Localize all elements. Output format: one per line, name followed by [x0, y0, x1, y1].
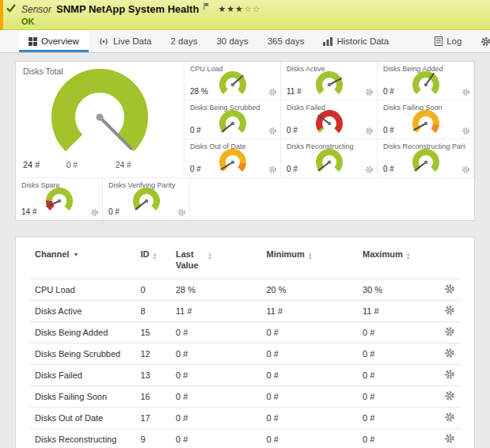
gauge-value: 0 # — [383, 165, 394, 173]
last-value-cell: 0 # — [171, 364, 262, 385]
channel-settings-button[interactable] — [444, 412, 455, 423]
channel-settings-icon[interactable] — [462, 88, 470, 97]
gauge-value: 0 # — [108, 207, 120, 216]
channel-id-cell: 0 — [135, 279, 171, 300]
gauge-dial — [209, 146, 256, 178]
table-row: CPU Load 0 28 % 20 % 30 % — [30, 279, 460, 300]
gear-icon — [481, 36, 490, 47]
channel-settings-icon[interactable] — [365, 88, 374, 97]
column-header-channel[interactable]: Channel▼ — [30, 247, 135, 279]
maximum-cell: 0 # — [358, 364, 438, 385]
gauge-dial — [123, 185, 170, 217]
table-row: Disks Reconstructing 9 0 # 0 # 0 # — [30, 428, 460, 448]
channel-settings-button[interactable] — [444, 390, 455, 401]
channel-settings-button[interactable] — [444, 305, 455, 316]
table-row: Disks Out of Date 17 0 # 0 # 0 # — [30, 407, 460, 428]
column-header-maximum[interactable]: Maximum▲▼ — [358, 247, 438, 279]
gauge-dial — [402, 108, 450, 139]
gauge-dial — [36, 185, 83, 217]
table-row: Disks Failed 13 0 # 0 # 0 # — [30, 364, 460, 385]
table-row: Disks Being Added 15 0 # 0 # 0 # — [30, 321, 460, 343]
channel-settings-button[interactable] — [444, 347, 455, 359]
channel-settings-button[interactable] — [444, 283, 455, 294]
gauge-cell: Disks Being Scrubbed 0 # — [184, 101, 281, 139]
gear-icon — [444, 305, 455, 316]
table-header-row: Channel▼ ID▲▼ Last Value▲▼ Minimum▲▼ Max… — [30, 247, 460, 279]
priority-stars[interactable]: ★★★☆☆ — [218, 4, 260, 14]
stars-empty: ☆☆ — [244, 4, 261, 13]
channel-settings-icon[interactable] — [90, 208, 99, 217]
tab-log[interactable]: Log — [425, 30, 471, 52]
channel-id-cell: 16 — [135, 385, 171, 407]
channel-settings-icon[interactable] — [268, 88, 277, 97]
channel-settings-button[interactable] — [444, 369, 455, 380]
last-value-cell: 0 # — [171, 407, 262, 428]
channel-settings-icon[interactable] — [268, 127, 277, 135]
tab-30-days[interactable]: 30 days — [207, 30, 257, 52]
maximum-cell: 0 # — [358, 407, 438, 428]
gauge-dial — [402, 146, 450, 178]
gauge-cell: Disks Being Added 0 # — [378, 62, 474, 101]
tab-2-days[interactable]: 2 days — [161, 30, 207, 52]
last-value-cell: 0 # — [171, 321, 262, 343]
sort-icon: ▲▼ — [152, 252, 157, 260]
tab-label: Live Data — [113, 36, 152, 46]
table-row: Disks Failing Soon 16 0 # 0 # 0 # — [30, 385, 460, 407]
channel-settings-icon[interactable] — [462, 165, 470, 174]
tab-365-days[interactable]: 365 days — [258, 30, 314, 52]
gauge-cell: Disks Verifying Parity 0 # — [103, 178, 190, 220]
channel-settings-icon[interactable] — [268, 165, 277, 174]
historic-data-icon — [323, 37, 332, 46]
tab-historic-data[interactable]: Historic Data — [313, 30, 398, 52]
channel-settings-icon[interactable] — [177, 208, 186, 217]
column-label: Maximum — [363, 249, 403, 259]
gauge-value: 0 # — [190, 126, 201, 135]
column-header-minimum[interactable]: Minimum▲▼ — [262, 247, 358, 279]
channel-settings-button[interactable] — [444, 326, 455, 337]
gauge-cell: Disks Failed 0 # — [281, 101, 378, 139]
gauge-cell: CPU Load 28 % — [184, 62, 281, 101]
column-header-id[interactable]: ID▲▼ — [135, 247, 171, 279]
minimum-cell: 20 % — [262, 279, 358, 300]
channel-name-cell: CPU Load — [30, 279, 135, 300]
sort-icon: ▲▼ — [207, 252, 212, 260]
channel-settings-button[interactable] — [444, 433, 455, 444]
gear-icon — [444, 326, 455, 337]
channel-settings-icon[interactable] — [462, 127, 470, 135]
gauge-value: 24 # — [23, 160, 40, 169]
channel-id-cell: 13 — [135, 364, 171, 385]
last-value-cell: 28 % — [171, 279, 262, 300]
channel-name-cell: Disks Active — [30, 300, 135, 321]
sensor-header: Sensor SNMP NetApp System Health ★★★☆☆ O… — [0, 0, 490, 30]
column-header-actions — [438, 247, 460, 279]
maximum-cell: 11 # — [358, 300, 438, 321]
channels-table-panel: Channel▼ ID▲▼ Last Value▲▼ Minimum▲▼ Max… — [15, 237, 475, 448]
maximum-cell: 0 # — [358, 321, 438, 343]
column-header-last-value[interactable]: Last Value▲▼ — [171, 247, 262, 279]
disks-total-gauge-cell: Disks Total 24 # 0 # 24 # — [16, 62, 184, 178]
minimum-cell: 11 # — [262, 300, 358, 321]
channel-settings-icon[interactable] — [365, 127, 374, 135]
tab-label: 30 days — [216, 36, 248, 46]
tab-live-data[interactable]: Live Data — [89, 30, 161, 52]
tab-settings[interactable]: Settings — [471, 30, 490, 52]
column-label: Minimum — [267, 249, 305, 259]
sort-icon: ▲▼ — [308, 252, 313, 260]
last-value-cell: 0 # — [171, 343, 262, 364]
gauge-secondary-row: Disks Spare 14 # Disks Verifying Parity … — [16, 178, 474, 220]
gauge-cell: Disks Out of Date 0 # — [184, 139, 281, 178]
channel-name-cell: Disks Reconstructing — [30, 428, 135, 448]
priority-stripe — [0, 0, 3, 30]
gauge-value: 0 # — [287, 165, 298, 173]
channel-name-cell: Disks Out of Date — [30, 407, 135, 428]
tab-label: Historic Data — [336, 36, 389, 46]
column-label: ID — [140, 249, 149, 259]
last-value-cell: 0 # — [171, 385, 262, 407]
gauge-row-filler — [190, 178, 474, 220]
channel-settings-icon[interactable] — [365, 165, 374, 174]
gauge-scale-min: 0 # — [66, 161, 78, 169]
gear-icon — [444, 412, 455, 423]
tab-overview[interactable]: Overview — [19, 30, 89, 52]
gauges-panel: Disks Total 24 # 0 # 24 # CPU Load 28 % … — [15, 61, 475, 221]
status-ok-check-icon — [6, 4, 16, 13]
